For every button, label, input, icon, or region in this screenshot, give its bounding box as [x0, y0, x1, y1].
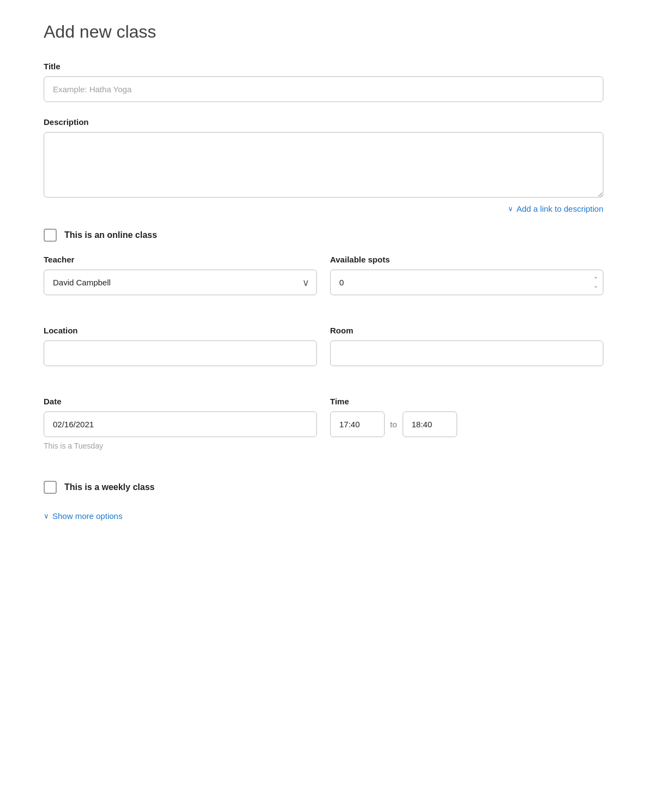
show-more-label: Show more options [52, 511, 122, 521]
page-title: Add new class [44, 22, 603, 42]
teacher-spots-row: Teacher David Campbell ∨ Available spots… [44, 255, 603, 311]
spin-up-button[interactable]: ⌃ [594, 277, 598, 282]
room-label: Room [330, 326, 603, 335]
time-end-input[interactable] [403, 411, 457, 437]
available-spots-label: Available spots [330, 255, 603, 264]
time-row: to [330, 411, 603, 437]
spin-buttons: ⌃ ⌄ [594, 277, 598, 289]
date-label: Date [44, 397, 317, 406]
spin-down-button[interactable]: ⌄ [594, 283, 598, 289]
available-spots-section: Available spots ⌃ ⌄ [330, 255, 603, 295]
time-separator: to [390, 420, 397, 429]
show-more-button[interactable]: ∨ Show more options [44, 511, 122, 521]
online-class-label: This is an online class [64, 230, 157, 240]
weekly-class-label: This is a weekly class [64, 482, 154, 492]
online-class-row: This is an online class [44, 229, 603, 242]
description-section: Description ∨ Add a link to description [44, 117, 603, 213]
description-input[interactable] [44, 132, 603, 198]
available-spots-input[interactable] [330, 270, 603, 295]
teacher-label: Teacher [44, 255, 317, 264]
add-link-label: Add a link to description [517, 204, 603, 213]
title-input[interactable] [44, 76, 603, 102]
time-start-input[interactable] [330, 411, 385, 437]
add-link-row: ∨ Add a link to description [44, 204, 603, 213]
date-hint: This is a Tuesday [44, 441, 317, 450]
time-label: Time [330, 397, 603, 406]
online-class-checkbox[interactable] [44, 229, 57, 242]
location-input[interactable] [44, 341, 317, 366]
chevron-down-icon: ∨ [44, 512, 49, 520]
add-link-button[interactable]: ∨ Add a link to description [508, 204, 603, 213]
chevron-down-icon: ∨ [508, 205, 513, 213]
teacher-section: Teacher David Campbell ∨ [44, 255, 317, 295]
description-label: Description [44, 117, 603, 127]
weekly-class-row: This is a weekly class [44, 481, 603, 494]
room-section: Room [330, 326, 603, 366]
date-section: Date This is a Tuesday [44, 397, 317, 450]
location-section: Location [44, 326, 317, 366]
date-input[interactable] [44, 411, 317, 437]
date-time-row: Date This is a Tuesday Time to [44, 397, 603, 465]
teacher-select[interactable]: David Campbell [44, 270, 317, 295]
location-room-row: Location Room [44, 326, 603, 381]
title-section: Title [44, 62, 603, 102]
available-spots-wrapper: ⌃ ⌄ [330, 270, 603, 295]
location-label: Location [44, 326, 317, 335]
room-input[interactable] [330, 341, 603, 366]
weekly-class-checkbox[interactable] [44, 481, 57, 494]
teacher-select-wrapper: David Campbell ∨ [44, 270, 317, 295]
time-section: Time to [330, 397, 603, 450]
title-label: Title [44, 62, 603, 71]
